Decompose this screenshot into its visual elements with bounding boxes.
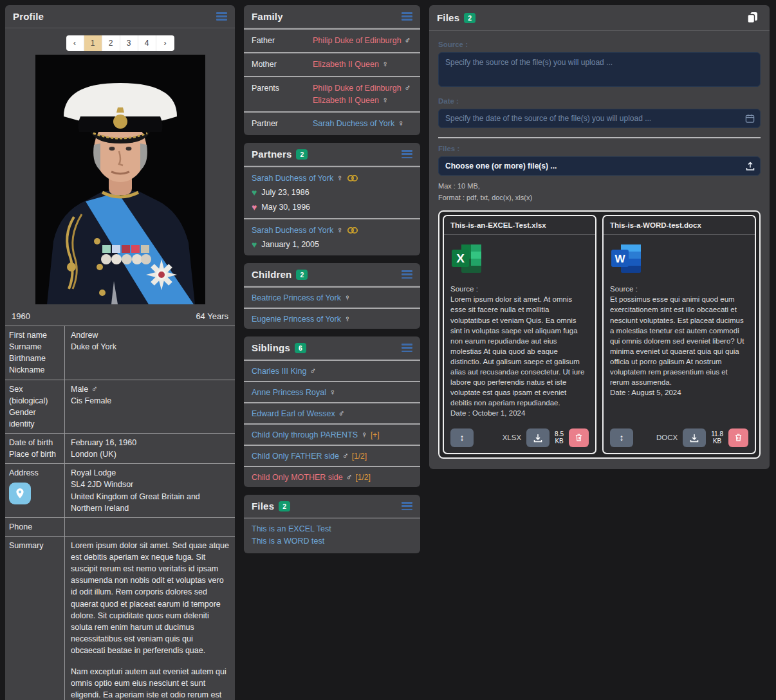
address-line-1: Royal Lodge [71,467,229,479]
format-note: Format : pdf, txt, doc(x), xls(x) [438,192,761,204]
sibling-link[interactable]: Edward Earl of Wessex [252,409,335,418]
upload-count-badge: 2 [464,13,476,23]
page-3-button[interactable]: 3 [120,35,138,51]
life-span-row: 1960 64 Years [5,308,235,326]
partner-entry: Sarah Duchess of York ♀ ♥July 23, 1986 ♥… [244,166,420,218]
partners-title: Partners [252,149,291,160]
mother-label: Mother [252,59,313,70]
file-card-excel: This-is-an-EXCEL-Test.xlsx X [443,215,596,454]
parent-mother-link[interactable]: Elizabeth II Queen [313,96,379,105]
table-row: First name Surname Birthname Nickname An… [5,326,235,380]
sex-value: Male♂ [71,383,229,396]
page-2-button[interactable]: 2 [102,35,120,51]
place-of-birth-label: Place of birth [9,448,60,460]
mother-link[interactable]: Elizabeth II Queen [313,60,379,69]
wedding-rings-icon [347,174,358,182]
parents-row: Parents Philip Duke of Edinburgh♂ Elizab… [244,76,420,112]
delete-button[interactable] [728,428,748,447]
menu-icon[interactable] [402,344,412,352]
partner-entry-link[interactable]: Sarah Duchess of York [252,174,333,183]
menu-icon[interactable] [402,270,412,279]
divorce-heart-icon: ♥ [252,202,257,212]
partner-label: Partner [252,118,313,129]
source-label: Source : [438,41,761,48]
siblings-title: Siblings [252,342,290,353]
female-icon: ♀ [329,387,336,397]
file-link-word[interactable]: This is a WORD test [252,537,324,546]
marriage-heart-icon: ♥ [252,187,257,198]
gender-identity-value: Cis Female [71,395,229,407]
map-button[interactable] [9,483,31,504]
file-picker-field[interactable]: Choose one (or more) file(s) ... [438,156,761,176]
download-button[interactable] [683,428,706,447]
upload-icon[interactable] [746,161,755,171]
copy-icon[interactable] [743,11,762,24]
marriage-heart-icon: ♥ [252,239,257,250]
sibling-tag: [1/2] [355,473,370,482]
family-panel: Family Father Philip Duke of Edinburgh♂ … [244,5,420,135]
female-icon: ♀ [398,118,404,128]
partner-link[interactable]: Sarah Duchess of York [313,119,394,128]
father-link[interactable]: Philip Duke of Edinburgh [313,36,402,45]
card-source-text: Lorem ipsum dolor sit amet. At omnis ess… [450,294,589,408]
file-link-excel[interactable]: This is an EXCEL Test [252,524,331,533]
menu-icon[interactable] [402,150,412,158]
female-icon: ♀ [337,225,343,235]
child-link[interactable]: Beatrice Princess of York [252,293,341,302]
sibling-row: Child Only MOTHER side♂[1/2] [244,466,420,487]
child-row: Eugenie Princess of York♀ [244,308,420,329]
table-row: Address Royal Lodge SL4 2JD Windsor Unit… [5,463,235,517]
page-prev-button[interactable]: ‹ [66,35,84,51]
svg-text:X: X [456,252,465,265]
files-list-title: Files [252,501,274,511]
sibling-link[interactable]: Child Only FATHER side [252,452,339,461]
resize-button[interactable]: ↕ [610,428,633,447]
male-icon: ♂ [405,35,411,45]
wedding-rings-icon [347,226,358,234]
menu-icon[interactable] [216,12,227,21]
parent-father-link[interactable]: Philip Duke of Edinburgh [313,84,402,93]
page-4-button[interactable]: 4 [138,35,156,51]
table-row: Phone [5,517,235,536]
sibling-link[interactable]: Anne Princess Royal [252,388,326,397]
download-button[interactable] [526,428,550,447]
source-input[interactable] [438,52,761,87]
child-link[interactable]: Eugenie Princess of York [252,315,341,324]
female-icon: ♀ [382,95,389,105]
date-input[interactable] [445,114,739,123]
birthname-label: Birthname [9,353,60,364]
male-icon: ♂ [346,472,353,482]
children-count-badge: 2 [296,270,308,280]
card-date: Date : October 1, 2024 [450,408,589,418]
sibling-link[interactable]: Child Only MOTHER side [252,473,343,482]
partner-row: Partner Sarah Duchess of York♀ [244,111,420,135]
family-title: Family [252,11,283,22]
file-card-word: This-is-a-WORD-test.docx W [602,215,756,454]
marriage-date: July 23, 1986 [261,188,309,197]
parents-label: Parents [252,82,313,94]
location-pin-icon [15,488,25,499]
address-line-3: United Kingdom of Great Britain and Nort… [71,491,229,514]
svg-text:W: W [614,253,625,265]
sibling-row: Edward Earl of Wessex♂ [244,402,420,423]
sibling-link[interactable]: Child Only through PARENTS [252,430,358,439]
delete-button[interactable] [569,428,589,447]
sibling-tag: [+] [371,430,380,439]
card-source-text: Et possimus esse qui animi quod eum exer… [610,294,748,387]
upload-notes: Max : 10 MB, Format : pdf, txt, doc(x), … [438,181,761,203]
page-1-button[interactable]: 1 [84,35,102,51]
partner-entry-link[interactable]: Sarah Duchess of York [252,226,333,235]
menu-icon[interactable] [402,502,412,510]
page-next-button[interactable]: › [156,35,174,51]
children-title: Children [252,269,291,280]
male-icon: ♂ [338,409,345,418]
siblings-count-badge: 6 [295,343,306,353]
resize-button[interactable]: ↕ [450,428,474,447]
menu-icon[interactable] [402,12,412,21]
sibling-link[interactable]: Charles III King [252,367,306,376]
calendar-icon[interactable] [745,114,755,124]
file-size: 11.8KB [711,430,723,445]
profile-panel: Profile ‹ 1 2 3 4 › [5,5,235,700]
card-source-label: Source : [450,284,589,294]
sex-label: Sex (biological) [9,383,60,407]
